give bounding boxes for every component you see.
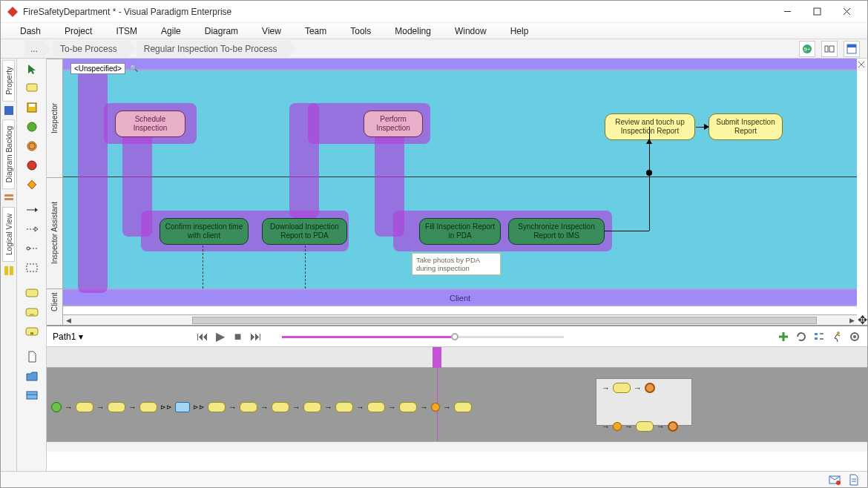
menu-tools[interactable]: Tools <box>338 24 383 39</box>
refresh-button[interactable] <box>795 330 808 343</box>
canvas-hscroll[interactable]: ◀ ▶ <box>63 314 857 325</box>
timeline-task[interactable] <box>613 383 631 393</box>
share-icon[interactable]: 9+ <box>799 41 815 57</box>
stop-button[interactable]: ■ <box>231 330 245 343</box>
task-sync-report[interactable]: Synchronize Inspection Report to IMS <box>508 218 605 245</box>
gateway-tool[interactable] <box>24 177 39 192</box>
task-perform-inspection[interactable]: Perform Inspection <box>364 111 423 137</box>
end-event-tool[interactable] <box>24 158 39 173</box>
menu-agile[interactable]: Agile <box>149 24 193 39</box>
diagram-canvas[interactable]: <Unspecified> 🔍 Client Schedule Inspecti… <box>63 59 867 325</box>
layout-icon[interactable] <box>821 41 838 57</box>
tab-diagram-backlog[interactable]: Diagram Backlog <box>2 119 15 189</box>
mail-icon[interactable] <box>829 474 841 486</box>
timeline-body[interactable]: → → → ⊳⊳ ⊳⊳ → → → → → → → → → → <box>47 368 867 441</box>
play-button[interactable]: ▶ <box>214 330 227 343</box>
scroll-right-icon[interactable]: ▶ <box>846 316 857 325</box>
task-yellow-tool[interactable] <box>24 286 39 300</box>
package-selector[interactable]: <Unspecified> <box>70 63 125 74</box>
menu-project[interactable]: Project <box>53 24 104 39</box>
timeline-end-event[interactable] <box>645 383 655 393</box>
scroll-thumb[interactable] <box>192 317 817 324</box>
options-button[interactable] <box>812 330 826 343</box>
timeline-task[interactable] <box>76 402 93 412</box>
menu-dash[interactable]: Dash <box>8 24 53 39</box>
menu-team[interactable]: Team <box>293 24 338 39</box>
resize-handle-icon[interactable]: ✥ <box>857 314 867 325</box>
search-icon[interactable]: 🔍 <box>130 65 138 72</box>
association-tool[interactable] <box>24 241 39 256</box>
timeline-start-event[interactable] <box>51 402 62 412</box>
progress-handle[interactable] <box>451 333 458 340</box>
menu-window[interactable]: Window <box>443 24 499 39</box>
timeline-task[interactable] <box>240 402 257 412</box>
forward-button[interactable]: ⏭ <box>249 330 263 343</box>
playhead-marker[interactable] <box>433 347 441 368</box>
lane-header-client[interactable]: Client <box>47 288 62 315</box>
menu-diagram[interactable]: Diagram <box>193 24 250 39</box>
timeline-task[interactable] <box>335 402 353 412</box>
task-download-report[interactable]: Download Inspection Report to PDA <box>262 218 347 245</box>
timeline-task[interactable] <box>367 402 385 412</box>
close-button[interactable] <box>832 1 861 22</box>
tab-property[interactable]: Property <box>2 60 15 102</box>
breadcrumb-root[interactable]: ... <box>24 41 44 57</box>
timeline-task[interactable] <box>636 421 654 432</box>
lane-tool[interactable] <box>24 260 39 275</box>
timeline-end-event[interactable] <box>668 421 678 432</box>
task-schedule-inspection[interactable]: Schedule Inspection <box>115 111 185 137</box>
settings-button[interactable] <box>848 330 861 343</box>
scroll-left-icon[interactable]: ◀ <box>63 316 73 325</box>
panel-icon[interactable] <box>844 41 860 57</box>
timeline-task[interactable] <box>208 402 226 412</box>
folder-tool[interactable] <box>24 369 39 383</box>
maximize-button[interactable] <box>802 1 832 22</box>
timeline-task[interactable] <box>108 402 125 412</box>
breadcrumb-regular[interactable]: Regular Inspection To-be Process <box>137 41 288 57</box>
timeline-task[interactable] <box>399 402 417 412</box>
minimize-button[interactable] <box>772 1 802 22</box>
message-flow-tool[interactable] <box>24 222 39 237</box>
lane-header-assistant[interactable]: Inspector Assistant <box>47 177 62 288</box>
timeline-task[interactable] <box>303 402 321 412</box>
timeline-task[interactable] <box>139 402 157 412</box>
task-confirm-time[interactable]: Confirm inspection time with client <box>160 218 249 245</box>
close-panel-button[interactable] <box>857 60 866 69</box>
table-tool[interactable] <box>24 388 39 403</box>
path-dropdown[interactable]: Path1 ▾ <box>53 332 83 342</box>
timeline-task[interactable] <box>272 402 289 412</box>
save-tool[interactable] <box>24 100 39 115</box>
add-path-button[interactable] <box>777 330 790 343</box>
breadcrumb-to-be[interactable]: To-be Process <box>53 41 128 57</box>
rewind-button[interactable]: ⏮ <box>196 330 209 343</box>
task-review-report[interactable]: Review and touch up Inspection Report <box>605 113 695 140</box>
timeline-task[interactable] <box>454 402 472 412</box>
note-tool[interactable] <box>24 81 39 96</box>
task-yellow3-tool[interactable] <box>24 324 39 339</box>
sequence-flow-tool[interactable] <box>24 202 39 217</box>
annotation-note[interactable]: Take photos by PDA during inspection <box>412 253 501 275</box>
progress-slider[interactable] <box>282 330 564 343</box>
runner-icon[interactable] <box>830 330 844 343</box>
timeline-ruler[interactable] <box>47 347 867 368</box>
menu-itsm[interactable]: ITSM <box>104 24 149 39</box>
menu-help[interactable]: Help <box>499 24 541 39</box>
task-yellow2-tool[interactable] <box>24 305 39 320</box>
data-object-tool[interactable] <box>24 349 39 364</box>
task-fill-report[interactable]: Fill Inspection Report in PDA <box>419 218 501 245</box>
document-icon[interactable] <box>848 474 860 486</box>
task-submit-report[interactable]: Submit Inspection Report <box>708 113 783 140</box>
timeline-gateway[interactable] <box>430 401 442 414</box>
menu-view[interactable]: View <box>250 24 293 39</box>
start-event-tool[interactable] <box>24 119 39 134</box>
cursor-tool[interactable] <box>24 62 39 76</box>
intermediate-event-tool[interactable] <box>24 139 39 154</box>
timeline-hscroll[interactable] <box>47 441 867 452</box>
progress-fill <box>282 336 451 338</box>
lane-header-inspector[interactable]: Inspector <box>47 59 62 177</box>
timeline-gateway[interactable] <box>611 421 624 433</box>
menu-modeling[interactable]: Modeling <box>383 24 443 39</box>
tab-logical-view[interactable]: Logical View <box>2 207 15 262</box>
timeline-task[interactable] <box>175 402 190 412</box>
arrowhead-icon <box>646 139 652 144</box>
